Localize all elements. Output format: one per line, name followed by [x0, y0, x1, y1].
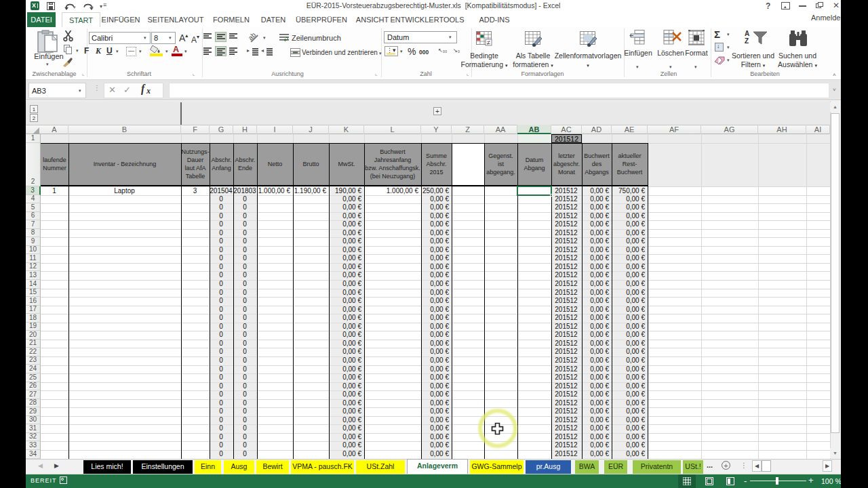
svg-text:≠: ≠	[487, 39, 490, 46]
